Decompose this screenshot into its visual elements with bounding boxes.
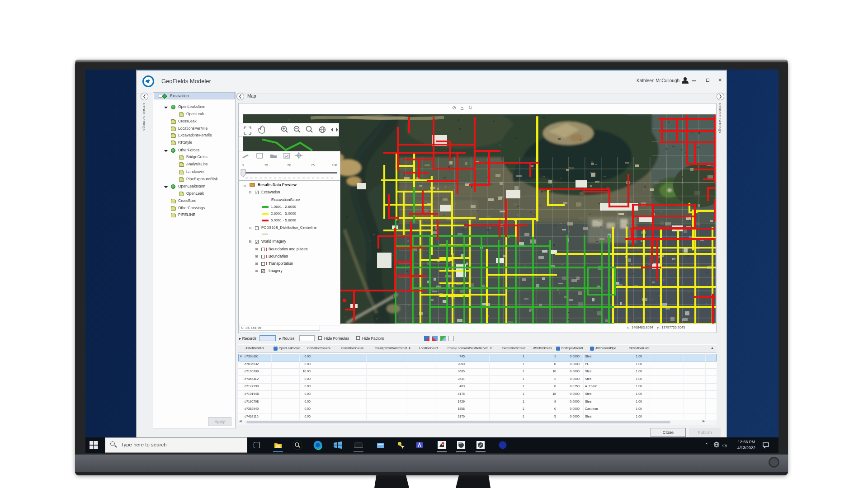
svg-text:100: 100 [332, 164, 337, 167]
svg-text:25: 25 [264, 164, 268, 167]
svg-text:0: 0 [242, 164, 244, 167]
svg-text:50: 50 [288, 164, 291, 167]
svg-text:75: 75 [311, 164, 315, 167]
